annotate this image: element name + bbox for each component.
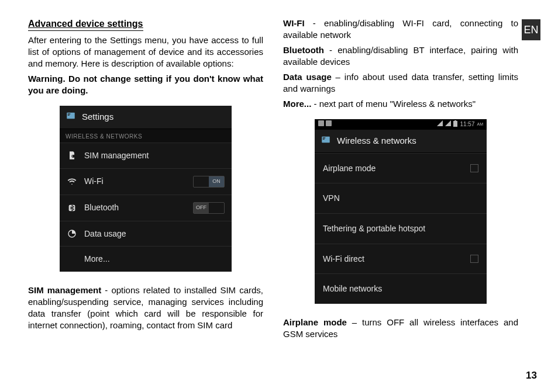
intro-paragraph: After entering to the Settings menu, you… <box>28 34 263 70</box>
status-ampm: AM <box>477 122 484 127</box>
airplane-paragraph: Airplane mode – turns OFF all wireless i… <box>283 317 518 340</box>
row-label: Wi-Fi <box>84 176 186 187</box>
svg-rect-2 <box>68 115 70 116</box>
data-paragraph: Data usage – info about used data transf… <box>283 71 518 95</box>
right-column: WI-FI - enabling/disabling WI-FI card, c… <box>283 18 518 362</box>
svg-rect-1 <box>68 113 71 115</box>
row-airplane-mode[interactable]: Airplane mode <box>315 153 487 183</box>
settings-row-wifi[interactable]: Wi-Fi ON <box>60 168 232 195</box>
status-right: 11:57 AM <box>437 120 483 129</box>
row-label: Mobile networks <box>323 283 382 294</box>
row-vpn[interactable]: VPN <box>315 183 487 213</box>
page-number: 13 <box>526 370 537 381</box>
settings-icon <box>321 134 331 148</box>
phone-header: Wireless & networks <box>315 130 487 153</box>
phone-section-label: WIRELESS & NETWORKS <box>60 129 232 143</box>
settings-row-more[interactable]: More... <box>60 246 232 272</box>
status-bar: 11:57 AM <box>315 119 487 130</box>
settings-row-sim[interactable]: SIM management <box>60 143 232 168</box>
settings-row-data[interactable]: Data usage <box>60 221 232 247</box>
bluetooth-icon <box>67 203 77 213</box>
row-label: Bluetooth <box>84 202 186 213</box>
wireless-networks-screenshot: 11:57 AM Wireless & networks Airplane mo… <box>315 119 487 304</box>
sim-paragraph: SIM management - options related to inst… <box>28 285 263 331</box>
settings-icon <box>66 110 76 124</box>
status-time: 11:57 <box>460 120 474 128</box>
battery-icon <box>453 120 457 129</box>
bluetooth-paragraph: Bluetooth - enabling/disabling BT interf… <box>283 44 518 68</box>
row-label: Airplane mode <box>323 163 376 174</box>
row-label: More... <box>84 254 225 265</box>
row-label: Data usage <box>84 228 225 240</box>
status-left <box>318 120 332 128</box>
row-tethering[interactable]: Tethering & portable hotspot <box>315 213 487 244</box>
bluetooth-toggle[interactable]: OFF <box>193 202 225 214</box>
phone-title: Wireless & networks <box>337 135 416 147</box>
row-label: Tethering & portable hotspot <box>323 223 425 234</box>
content-columns: Advanced device settings After entering … <box>28 18 535 362</box>
row-label: Wi-Fi direct <box>323 254 364 265</box>
notif-icon <box>318 121 326 127</box>
settings-screenshot: Settings WIRELESS & NETWORKS SIM managem… <box>60 106 232 272</box>
svg-rect-11 <box>323 137 326 138</box>
svg-rect-7 <box>326 120 332 126</box>
phone-header: Settings <box>60 106 232 129</box>
wifi-icon <box>67 177 77 186</box>
row-label: SIM management <box>84 150 225 161</box>
notif-icon <box>326 121 332 127</box>
wifi-paragraph: WI-FI - enabling/disabling WI-FI card, c… <box>283 18 518 41</box>
more-paragraph: More... - next part of menu "Wireless & … <box>283 98 518 110</box>
signal-icon <box>445 120 451 128</box>
row-wifi-direct[interactable]: Wi-Fi direct <box>315 244 487 274</box>
section-heading: Advanced device settings <box>28 18 143 31</box>
warning-paragraph: Warning. Do not change setting if you do… <box>28 73 263 96</box>
airplane-checkbox[interactable] <box>470 164 478 172</box>
signal-icon <box>437 120 443 128</box>
language-tab: EN <box>522 19 540 40</box>
data-usage-icon <box>67 229 77 238</box>
wifi-toggle[interactable]: ON <box>193 176 225 188</box>
svg-rect-12 <box>323 138 325 140</box>
svg-rect-8 <box>453 121 457 127</box>
wifi-direct-checkbox[interactable] <box>470 255 478 263</box>
row-mobile-networks[interactable]: Mobile networks <box>315 273 487 304</box>
left-column: Advanced device settings After entering … <box>28 18 263 362</box>
svg-rect-9 <box>454 120 456 121</box>
settings-row-bluetooth[interactable]: Bluetooth OFF <box>60 195 232 221</box>
sim-icon <box>67 151 77 160</box>
phone-title: Settings <box>82 111 113 123</box>
svg-rect-6 <box>318 120 324 126</box>
row-label: VPN <box>323 193 340 204</box>
